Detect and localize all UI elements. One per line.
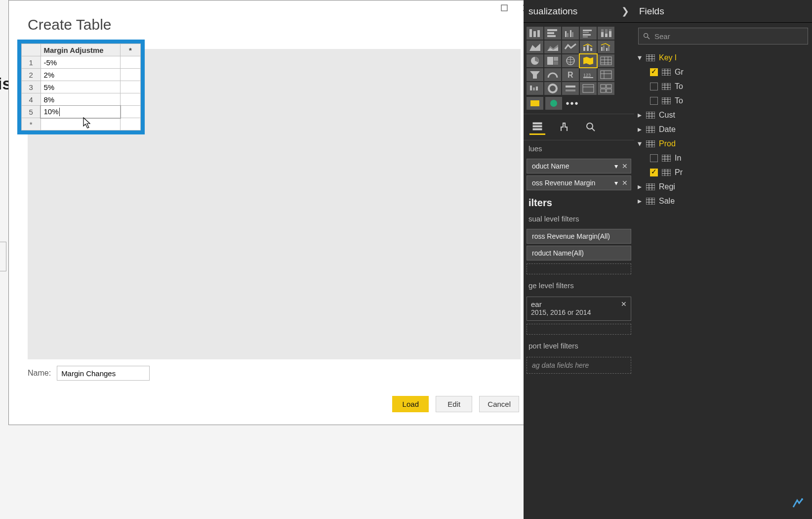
area-chart-icon[interactable] [527, 41, 543, 53]
combo-chart2-icon[interactable] [598, 41, 614, 53]
ribbon-chart-icon[interactable] [562, 41, 579, 53]
table-visual-icon[interactable] [598, 54, 614, 67]
page-filter-dropzone[interactable] [527, 324, 631, 335]
remove-field-icon[interactable]: ✕ [622, 179, 628, 187]
stacked-hbar-icon[interactable] [544, 27, 561, 40]
report-filter-dropzone[interactable]: ag data fields here [527, 357, 631, 374]
checkbox[interactable] [650, 154, 658, 162]
svg-rect-57 [566, 86, 575, 87]
svg-rect-10 [565, 31, 567, 37]
checkbox[interactable] [650, 97, 658, 105]
remove-field-icon[interactable]: ✕ [622, 162, 628, 170]
fields-search[interactable]: Sear [638, 28, 808, 44]
fields-table-key l[interactable]: ▾Key l [637, 50, 809, 65]
page-filter-value: 2015, 2016 or 2014 [531, 308, 627, 316]
svg-rect-55 [536, 86, 538, 90]
svg-rect-23 [609, 29, 611, 31]
format-tab-icon[interactable] [556, 119, 572, 135]
remove-filter-icon[interactable]: ✕ [621, 300, 627, 308]
column-header[interactable]: Margin Adjustme [41, 44, 121, 56]
funnel-chart-icon[interactable] [527, 68, 543, 81]
fields-table-regi[interactable]: ▸Regi [637, 179, 809, 194]
values-section-label: lues [524, 140, 634, 157]
fields-column[interactable]: Gr [637, 65, 809, 79]
cell[interactable]: 5% [41, 81, 121, 93]
svg-rect-53 [530, 86, 532, 90]
create-table-dialog: Create Table Margin Adjustme * 1-5% 22% … [8, 0, 537, 425]
analytics-tab-icon[interactable] [583, 119, 599, 135]
chevron-down-icon[interactable]: ▾ [614, 179, 618, 187]
cell-editing[interactable]: 10% [41, 106, 121, 118]
fields-table-sale[interactable]: ▸Sale [637, 194, 809, 208]
fields-table-date[interactable]: ▸Date [637, 122, 809, 136]
waterfall-icon[interactable] [527, 82, 543, 95]
table-name-input[interactable] [57, 366, 150, 381]
svg-rect-27 [583, 47, 585, 51]
pie-chart-icon[interactable] [527, 54, 543, 67]
svg-rect-15 [583, 32, 589, 33]
fields-table-cust[interactable]: ▸Cust [637, 108, 809, 122]
visual-filter-product[interactable]: roduct Name(All) [527, 246, 631, 260]
ai-assistant-icon[interactable] [790, 497, 805, 512]
fields-column[interactable]: Pr [637, 165, 809, 179]
row-index: 5 [22, 106, 41, 118]
visual-filter-margin[interactable]: ross Revenue Margin(All) [527, 229, 631, 244]
page-filter-year[interactable]: ✕ ear 2015, 2016 or 2014 [527, 297, 631, 321]
fields-tab-icon[interactable] [529, 119, 545, 135]
edit-button[interactable]: Edit [436, 396, 472, 412]
svg-rect-37 [554, 61, 558, 65]
new-row-marker[interactable]: * [22, 118, 41, 130]
collapse-visualizations-icon[interactable]: ❯ [621, 5, 629, 17]
fields-tree: ▾Key lGrToTo▸Cust▸Date▾ProdInPr▸Regi▸Sal… [634, 48, 812, 210]
svg-rect-0 [501, 5, 507, 11]
more-visuals-icon[interactable]: ••• [564, 97, 581, 110]
svg-rect-59 [583, 85, 594, 92]
svg-rect-12 [570, 30, 571, 37]
row-index: 1 [22, 56, 41, 69]
matrix-icon[interactable] [598, 68, 614, 81]
value-field-product-name[interactable]: oduct Name ▾✕ [527, 159, 631, 173]
cancel-button[interactable]: Cancel [479, 396, 519, 412]
svg-rect-7 [547, 29, 557, 31]
gauge-chart-icon[interactable] [544, 68, 561, 81]
dialog-maximize-button[interactable] [493, 0, 515, 15]
treemap-icon[interactable] [544, 54, 561, 67]
stacked-area-icon[interactable] [544, 41, 561, 53]
fields-column[interactable]: To [637, 93, 809, 108]
checkbox[interactable] [650, 169, 658, 176]
kpi-icon[interactable]: 123 [580, 68, 597, 81]
filled-map-icon[interactable] [580, 54, 597, 67]
page-level-filters-label: ge level filters [524, 277, 634, 294]
clustered-hbar-icon[interactable] [580, 27, 597, 40]
cell[interactable]: 2% [41, 69, 121, 81]
cell[interactable]: -5% [41, 56, 121, 69]
checkbox[interactable] [650, 83, 658, 90]
python-visual-icon[interactable] [527, 97, 543, 110]
slicer-icon[interactable] [562, 82, 579, 95]
map-chart-icon[interactable] [562, 54, 579, 67]
chevron-down-icon[interactable]: ▾ [614, 162, 618, 170]
checkbox[interactable] [650, 68, 658, 76]
svg-rect-63 [601, 89, 606, 92]
add-column-marker[interactable]: * [121, 44, 141, 56]
multi-card-icon[interactable] [598, 82, 614, 95]
load-button[interactable]: Load [392, 396, 429, 412]
svg-rect-13 [572, 32, 573, 37]
stacked100-bar-icon[interactable] [598, 27, 614, 40]
svg-text:123: 123 [583, 73, 591, 78]
svg-rect-32 [606, 48, 608, 51]
value-field-revenue-margin[interactable]: oss Revenue Margin ▾✕ [527, 175, 631, 190]
fields-column[interactable]: In [637, 151, 809, 165]
stacked-bar-icon[interactable] [527, 27, 543, 40]
card-icon[interactable] [580, 82, 597, 95]
donut-chart-icon[interactable] [544, 82, 561, 95]
cell[interactable]: 8% [41, 93, 121, 106]
visual-filter-dropzone[interactable] [527, 263, 631, 274]
combo-chart-icon[interactable] [580, 41, 597, 53]
arcgis-map-icon[interactable] [545, 97, 562, 110]
table-entry-grid[interactable]: Margin Adjustme * 1-5% 22% 35% 48% 510% … [17, 40, 145, 134]
clustered-bar-icon[interactable] [562, 27, 579, 40]
fields-column[interactable]: To [637, 79, 809, 93]
fields-table-prod[interactable]: ▾Prod [637, 136, 809, 151]
r-visual-icon[interactable]: R [562, 68, 579, 81]
